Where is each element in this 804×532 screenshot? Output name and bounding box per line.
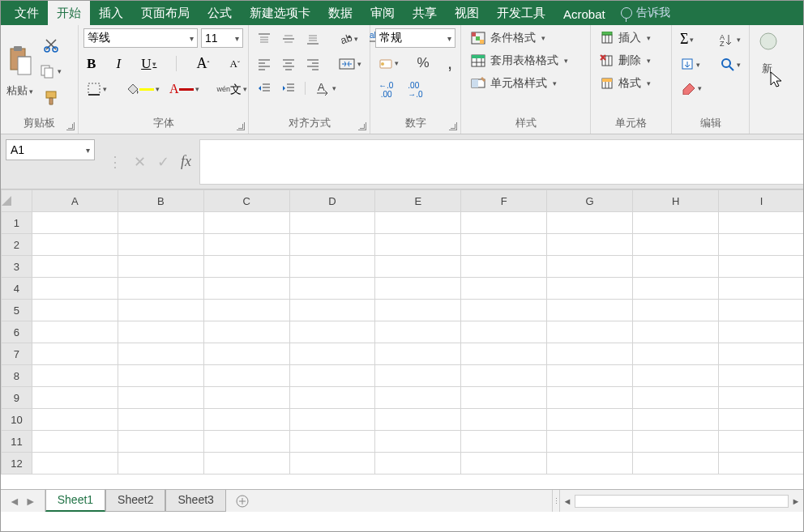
col-header[interactable]: A xyxy=(32,190,118,212)
tab-data[interactable]: 数据 xyxy=(319,1,361,25)
tab-formula[interactable]: 公式 xyxy=(199,1,241,25)
row-header[interactable]: 12 xyxy=(2,453,32,475)
cancel-formula-button[interactable]: ✕ xyxy=(134,153,146,171)
tell-me-search[interactable]: 告诉我 xyxy=(614,1,677,25)
select-all-corner[interactable] xyxy=(2,190,32,212)
decrease-decimal-button[interactable]: .00→.0 xyxy=(404,79,426,101)
clear-button[interactable] xyxy=(677,79,705,97)
tab-view[interactable]: 视图 xyxy=(446,1,488,25)
font-dialog-launcher[interactable] xyxy=(237,122,245,130)
new-sheet-button[interactable] xyxy=(226,490,259,512)
percent-button[interactable]: % xyxy=(413,53,432,74)
align-middle-button[interactable] xyxy=(278,29,299,49)
scroll-left-button[interactable]: ◄ xyxy=(560,496,575,506)
tab-review[interactable]: 审阅 xyxy=(361,1,404,25)
cut-button[interactable] xyxy=(40,34,62,55)
fx-button[interactable]: fx xyxy=(181,153,191,170)
col-header[interactable]: C xyxy=(203,190,289,212)
comma-button[interactable]: , xyxy=(444,56,455,70)
tab-share[interactable]: 共享 xyxy=(404,1,446,25)
underline-button[interactable]: U xyxy=(138,53,160,74)
font-name-select[interactable]: 等线▾ xyxy=(83,28,198,48)
delete-cells-button[interactable]: 删除 xyxy=(596,51,666,70)
formula-input[interactable] xyxy=(199,139,803,185)
tab-file[interactable]: 文件 xyxy=(6,1,48,25)
number-dialog-launcher[interactable] xyxy=(449,122,457,130)
increase-decimal-button[interactable]: ←.0 .00 xyxy=(375,79,396,101)
tab-custom[interactable]: 新建选项卡 xyxy=(241,1,319,25)
align-top-button[interactable] xyxy=(254,29,275,49)
font-size-select[interactable]: 11▾ xyxy=(201,28,243,48)
merge-button[interactable] xyxy=(335,54,365,74)
format-cells-button[interactable]: 格式 xyxy=(596,74,666,93)
number-format-select[interactable]: 常规▾ xyxy=(375,28,455,48)
borders-button[interactable] xyxy=(83,79,110,99)
sheet-nav-next[interactable]: ► xyxy=(25,495,36,508)
scroll-right-button[interactable]: ► xyxy=(789,496,803,506)
conditional-format-button[interactable]: 条件格式 xyxy=(466,28,585,48)
align-right-button[interactable] xyxy=(302,54,323,74)
col-header[interactable]: E xyxy=(375,190,461,212)
scroll-track[interactable] xyxy=(575,495,789,508)
sheet-tab-1[interactable]: Sheet1 xyxy=(45,490,105,512)
currency-button[interactable] xyxy=(375,53,402,73)
col-header[interactable]: B xyxy=(118,190,203,212)
spreadsheet-grid[interactable]: A B C D E F G H I 1 2 3 4 5 6 7 8 9 10 1… xyxy=(1,189,803,489)
paste-button[interactable]: 粘贴 xyxy=(6,45,33,98)
tab-home[interactable]: 开始 xyxy=(48,1,90,25)
fill-color-button[interactable] xyxy=(122,80,163,98)
name-box[interactable]: A1▾ xyxy=(6,139,95,160)
bold-button[interactable]: B xyxy=(83,53,99,74)
italic-button[interactable]: I xyxy=(113,53,124,74)
shrink-font-button[interactable]: Aˇ xyxy=(227,55,243,73)
sheet-tab-3[interactable]: Sheet3 xyxy=(165,490,225,512)
horizontal-scrollbar[interactable]: ◄ ► xyxy=(560,490,803,512)
row-header[interactable]: 8 xyxy=(2,365,32,387)
autosum-button[interactable]: Σ xyxy=(677,28,697,50)
col-header[interactable]: D xyxy=(289,190,375,212)
clipboard-dialog-launcher[interactable] xyxy=(66,122,75,130)
row-header[interactable]: 4 xyxy=(2,278,32,300)
align-bottom-button[interactable] xyxy=(302,29,323,49)
tab-layout[interactable]: 页面布局 xyxy=(132,1,199,25)
col-header[interactable]: G xyxy=(547,190,633,212)
text-direction-button[interactable]: A xyxy=(311,79,340,98)
row-header[interactable]: 6 xyxy=(2,321,32,343)
tab-scroll-splitter[interactable]: ⋮ xyxy=(552,490,560,512)
sort-filter-button[interactable]: AZ xyxy=(716,30,744,49)
grow-font-button[interactable]: Aˆ xyxy=(194,53,213,74)
sheet-tab-2[interactable]: Sheet2 xyxy=(105,490,165,512)
tab-insert[interactable]: 插入 xyxy=(90,1,132,25)
addin-circle-button[interactable] xyxy=(755,28,782,54)
col-header[interactable]: H xyxy=(633,190,719,212)
row-header[interactable]: 2 xyxy=(2,234,32,256)
format-painter-button[interactable] xyxy=(40,87,62,109)
increase-indent-button[interactable] xyxy=(278,79,299,98)
row-header[interactable]: 1 xyxy=(2,212,32,234)
align-left-button[interactable] xyxy=(254,54,275,74)
row-header[interactable]: 10 xyxy=(2,409,32,431)
insert-cells-button[interactable]: 插入 xyxy=(596,28,666,48)
format-as-table-button[interactable]: 套用表格格式 xyxy=(466,51,585,70)
tab-acrobat[interactable]: Acrobat xyxy=(554,2,614,25)
orientation-button[interactable]: ab xyxy=(335,29,361,49)
row-header[interactable]: 9 xyxy=(2,387,32,409)
row-header[interactable]: 7 xyxy=(2,343,32,365)
find-select-button[interactable] xyxy=(717,55,744,74)
enter-formula-button[interactable]: ✓ xyxy=(157,153,169,171)
copy-button[interactable] xyxy=(36,62,65,81)
fill-button[interactable] xyxy=(677,55,704,74)
row-header[interactable]: 5 xyxy=(2,300,32,321)
sheet-nav-prev[interactable]: ◄ xyxy=(9,495,20,508)
phonetic-button[interactable]: wén文 xyxy=(214,81,251,97)
cell-styles-button[interactable]: 单元格样式 xyxy=(466,74,585,93)
font-color-button[interactable]: A xyxy=(166,79,203,99)
alignment-dialog-launcher[interactable] xyxy=(358,122,366,130)
tab-developer[interactable]: 开发工具 xyxy=(488,1,554,25)
col-header[interactable]: F xyxy=(461,190,547,212)
fx-options-icon[interactable]: ⋮ xyxy=(108,153,122,171)
align-center-button[interactable] xyxy=(278,54,299,74)
row-header[interactable]: 11 xyxy=(2,431,32,453)
col-header[interactable]: I xyxy=(719,190,803,212)
row-header[interactable]: 3 xyxy=(2,256,32,278)
